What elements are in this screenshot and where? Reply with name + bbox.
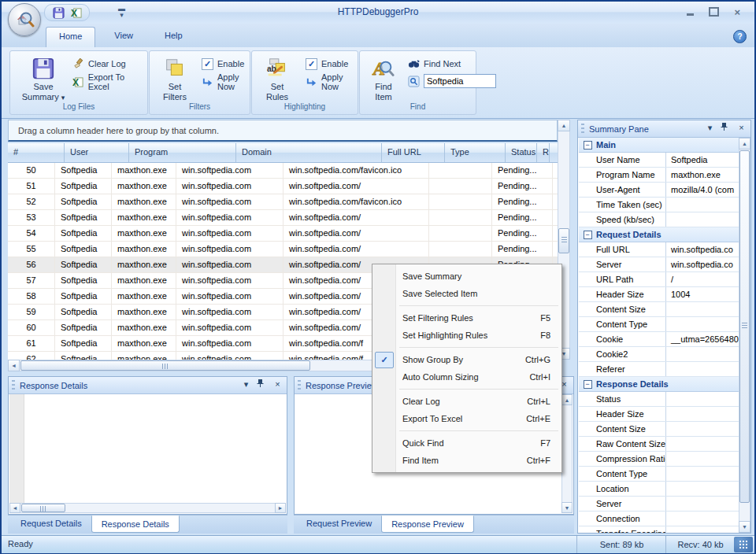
- table-row[interactable]: 53 Softpedia maxthon.exe win.softpedia.c…: [8, 210, 558, 226]
- property-row[interactable]: − Time Taken (sec): [579, 198, 739, 212]
- property-row[interactable]: − Header Size 1004: [579, 287, 739, 302]
- scroll-down-button[interactable]: ▼: [739, 521, 750, 533]
- set-filters-button[interactable]: Set Filters: [153, 54, 197, 102]
- property-row[interactable]: − Server win.softpedia.co: [579, 257, 739, 272]
- property-row[interactable]: − URL Path /: [579, 272, 739, 287]
- panel-tab[interactable]: Request Details: [11, 515, 91, 533]
- menu-item[interactable]: Quick Find F7: [372, 434, 561, 452]
- set-rules-button[interactable]: ab Set Rules: [255, 54, 299, 102]
- menu-item[interactable]: Save Selected Item: [372, 285, 561, 302]
- filters-apply-now-button[interactable]: Apply Now: [202, 74, 250, 90]
- property-row[interactable]: − Program Name maxthon.exe: [579, 168, 739, 183]
- panel-tab[interactable]: Request Preview: [297, 515, 381, 533]
- menu-item[interactable]: [372, 344, 561, 351]
- scroll-up-button[interactable]: ▲: [558, 120, 570, 131]
- drag-grip-icon[interactable]: [298, 380, 301, 390]
- property-row[interactable]: − Cookie2: [579, 347, 739, 362]
- menu-item[interactable]: [372, 302, 561, 309]
- menu-item[interactable]: Find Item Ctrl+F: [372, 452, 561, 469]
- highlighting-enable-checkbox[interactable]: ✓ Enable: [306, 56, 348, 72]
- menu-item[interactable]: [372, 386, 561, 393]
- property-row[interactable]: − User Name Softpedia: [579, 153, 739, 168]
- scroll-thumb[interactable]: [21, 504, 65, 512]
- column-header[interactable]: User: [65, 143, 129, 162]
- maximize-button[interactable]: [706, 6, 721, 17]
- column-header[interactable]: Full URL: [382, 143, 445, 162]
- table-row[interactable]: 55 Softpedia maxthon.exe win.softpedia.c…: [8, 242, 558, 257]
- property-row[interactable]: − Header Size: [579, 407, 739, 422]
- property-row[interactable]: − Main: [579, 138, 739, 153]
- group-by-bar[interactable]: Drag a column header here to group by th…: [8, 120, 558, 142]
- menu-item[interactable]: Clear Log Ctrl+L: [372, 393, 561, 410]
- table-row[interactable]: 51 Softpedia maxthon.exe win.softpedia.c…: [8, 179, 558, 194]
- scroll-up-button[interactable]: ▲: [739, 138, 750, 150]
- property-row[interactable]: − Full URL win.softpedia.co: [579, 242, 739, 257]
- scroll-left-button[interactable]: ◄: [8, 360, 20, 371]
- property-row[interactable]: − Raw Content Size: [579, 437, 739, 452]
- property-row[interactable]: − Speed (kb/sec): [579, 212, 739, 227]
- property-row[interactable]: − Compression Ratio: [579, 452, 739, 467]
- scroll-left-button[interactable]: ◄: [9, 503, 20, 513]
- ribbon-tab[interactable]: Home: [46, 27, 95, 47]
- property-row[interactable]: − User-Agent mozilla/4.0 (com: [579, 183, 739, 198]
- filters-enable-checkbox[interactable]: ✓ Enable: [202, 56, 244, 72]
- panel-menu-button[interactable]: ▾: [705, 123, 715, 133]
- close-icon[interactable]: ×: [272, 379, 283, 390]
- scroll-thumb[interactable]: [20, 360, 310, 371]
- column-header[interactable]: #: [8, 143, 65, 162]
- customize-qat-button[interactable]: ▬▾: [118, 6, 125, 18]
- highlighting-apply-now-button[interactable]: Apply Now: [306, 74, 358, 90]
- property-row[interactable]: − Content Size: [579, 422, 739, 437]
- menu-item[interactable]: Set Filtering Rules F5: [372, 309, 561, 327]
- table-row[interactable]: 54 Softpedia maxthon.exe win.softpedia.c…: [8, 226, 558, 242]
- drag-grip-icon[interactable]: [581, 124, 584, 134]
- clear-log-button[interactable]: Clear Log: [72, 56, 126, 72]
- menu-item[interactable]: [372, 427, 561, 434]
- panel-menu-button[interactable]: ▾: [241, 379, 251, 390]
- pin-icon[interactable]: [721, 123, 731, 133]
- property-row[interactable]: − Connection: [579, 512, 739, 526]
- ribbon-tab[interactable]: Help: [152, 27, 195, 47]
- help-button[interactable]: ?: [733, 30, 747, 43]
- menu-item[interactable]: Auto Column Sizing Ctrl+I: [372, 368, 561, 386]
- property-row[interactable]: − Referer: [579, 362, 739, 377]
- scroll-down-button[interactable]: ▼: [561, 502, 573, 513]
- column-header[interactable]: Status: [506, 143, 537, 162]
- save-summary-button[interactable]: Save Summary ▾: [21, 54, 65, 103]
- find-next-button[interactable]: Find Next: [407, 56, 461, 72]
- table-row[interactable]: 52 Softpedia maxthon.exe win.softpedia.c…: [8, 194, 558, 210]
- ribbon-tab[interactable]: View: [102, 27, 146, 47]
- property-row[interactable]: − Response Details: [579, 377, 739, 392]
- scroll-thumb[interactable]: [558, 228, 569, 253]
- column-header[interactable]: Domain: [236, 143, 382, 162]
- property-row[interactable]: − Cookie __utma=2656480: [579, 332, 739, 347]
- property-row[interactable]: − Location: [579, 482, 739, 497]
- property-row[interactable]: − Content Type: [579, 467, 739, 482]
- menu-item[interactable]: ✓ Show Group By Ctrl+G: [372, 351, 561, 368]
- panel-tab[interactable]: Response Details: [91, 515, 180, 533]
- menu-item[interactable]: Save Summary: [372, 268, 561, 285]
- column-header[interactable]: Program: [129, 143, 236, 162]
- search-icon[interactable]: [407, 75, 420, 87]
- search-input[interactable]: [424, 74, 496, 88]
- panel-tab[interactable]: Response Preview: [381, 515, 474, 533]
- pin-icon[interactable]: [257, 379, 267, 390]
- find-item-button[interactable]: A Find Item: [361, 54, 406, 102]
- menu-item[interactable]: Set Highlighting Rules F8: [372, 327, 561, 344]
- property-row[interactable]: − Content Type: [579, 317, 739, 332]
- menu-item[interactable]: Export To Excel Ctrl+E: [372, 410, 561, 427]
- property-row[interactable]: − Transfer-Encoding: [579, 526, 739, 533]
- column-header[interactable]: Type: [445, 143, 506, 162]
- application-menu-button[interactable]: [8, 3, 41, 36]
- table-row[interactable]: 50 Softpedia maxthon.exe win.softpedia.c…: [8, 163, 558, 179]
- scroll-up-button[interactable]: ▲: [561, 394, 573, 405]
- property-row[interactable]: − Status: [579, 392, 739, 407]
- drag-grip-icon[interactable]: [12, 380, 15, 390]
- property-row[interactable]: − Request Details: [579, 227, 739, 242]
- scroll-thumb[interactable]: [739, 150, 750, 503]
- column-header[interactable]: R: [537, 143, 550, 162]
- save-quick-button[interactable]: [51, 6, 65, 19]
- excel-quick-button[interactable]: X: [69, 6, 83, 19]
- minimize-button[interactable]: [682, 6, 698, 17]
- property-row[interactable]: − Content Size: [579, 302, 739, 317]
